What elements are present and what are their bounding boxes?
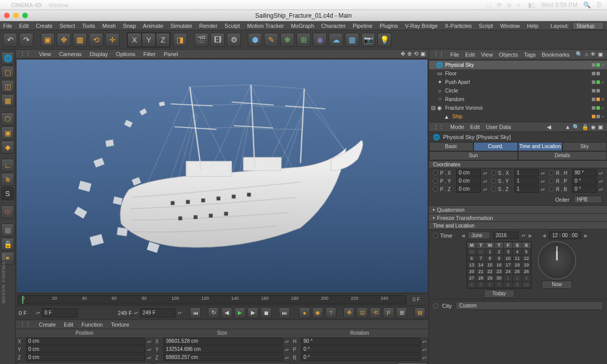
viewport-solo-button[interactable]: S xyxy=(1,187,14,200)
attr-tab-coord[interactable]: Coord. xyxy=(473,142,518,151)
obj-menu-edit[interactable]: Edit xyxy=(465,52,475,58)
pen-tool-button[interactable]: ✎ xyxy=(264,33,278,47)
prev-time-button[interactable]: ◀ xyxy=(542,233,546,238)
move-tool-button[interactable]: ✥ xyxy=(57,33,71,47)
array-button[interactable]: ⊞ xyxy=(296,33,311,47)
attr-RP[interactable]: 0 ° xyxy=(572,177,597,185)
coord-system-button[interactable]: ◨ xyxy=(173,33,187,47)
vp-menu-options[interactable]: Options xyxy=(116,51,135,57)
rot-B[interactable]: 0 ° xyxy=(301,354,420,361)
point-mode-button[interactable]: ⬡ xyxy=(1,112,14,125)
mat-menu-texture[interactable]: Texture xyxy=(111,322,129,328)
attr-max-icon[interactable]: ▣ xyxy=(598,124,603,130)
menu-window[interactable]: Window xyxy=(500,23,520,29)
menu-help[interactable]: Help xyxy=(527,23,539,29)
workplane-button[interactable]: ▦ xyxy=(1,94,14,107)
obj-physical-sky[interactable]: 🌐Physical Sky✓ xyxy=(429,61,607,69)
freeze-collapse[interactable]: ▸Freeze Transformation xyxy=(429,213,607,221)
menu-render[interactable]: Render xyxy=(199,23,218,29)
z-axis-button[interactable]: Z xyxy=(156,33,170,47)
light-button[interactable]: 💡 xyxy=(377,33,392,47)
vp-menu-cameras[interactable]: Cameras xyxy=(59,51,82,57)
obj-circle[interactable]: ○Circle xyxy=(429,86,607,95)
battery-icon[interactable]: ▮▯ xyxy=(528,2,535,9)
now-button[interactable]: Now xyxy=(542,281,572,289)
attr-menu-userdata[interactable]: User Data xyxy=(486,124,511,130)
mat-menu-edit[interactable]: Edit xyxy=(64,322,73,328)
size-Z[interactable]: 69803.257 cm xyxy=(163,354,283,361)
menu-vraybridge[interactable]: V-Ray Bridge xyxy=(405,23,438,29)
timeline-button[interactable]: ▤ xyxy=(414,307,425,318)
frame-start-field[interactable] xyxy=(42,308,77,317)
workplane2-button[interactable]: ▦ xyxy=(1,223,14,237)
vp-icon2[interactable]: ⊕ xyxy=(407,51,412,57)
attr-tab-sky[interactable]: Sky xyxy=(562,142,607,151)
obj-home-icon[interactable]: ⌂ xyxy=(585,51,588,58)
macos-clock[interactable]: Wed 9:59 PM xyxy=(541,2,577,9)
spotlight-icon[interactable]: 🔍 xyxy=(583,2,591,9)
menu-plugins[interactable]: Plugins xyxy=(379,23,398,29)
viewport[interactable] xyxy=(17,60,427,292)
attr-new-icon[interactable]: ◉ xyxy=(591,124,596,130)
frame-end-field[interactable] xyxy=(140,308,176,317)
prev-month-button[interactable]: ◀ xyxy=(461,233,465,238)
timeline[interactable]: 020406080100120140160180200220240 xyxy=(18,295,406,304)
play-button[interactable]: ▶ xyxy=(234,307,245,318)
vp-icon3[interactable]: ⟲ xyxy=(414,51,418,57)
attr-search2-icon[interactable]: 🔍 xyxy=(573,124,580,130)
y-axis-button[interactable]: Y xyxy=(142,33,156,47)
vp-icon4[interactable]: ▣ xyxy=(420,51,425,57)
year-field[interactable] xyxy=(493,232,518,239)
keyframe-button[interactable]: ? xyxy=(325,307,336,318)
attr-tab-basic[interactable]: Basic xyxy=(429,142,473,151)
obj-random[interactable]: ⁘Random✕ xyxy=(429,95,607,104)
city-select[interactable]: Custom xyxy=(456,301,603,310)
vp-icon1[interactable]: ✥ xyxy=(401,51,405,57)
quaternion-collapse[interactable]: ▸Quaternion xyxy=(429,205,607,213)
display-icon[interactable]: ⎚ xyxy=(507,2,511,9)
obj-ship[interactable]: ▲Ship• xyxy=(429,112,607,121)
last-tool-button[interactable]: ✛ xyxy=(105,33,119,47)
attr-lock-icon[interactable]: 🔒 xyxy=(582,124,589,130)
clock-widget[interactable] xyxy=(538,241,576,280)
order-select[interactable]: HPB xyxy=(574,196,602,203)
go-start-button[interactable]: ⏮ xyxy=(190,307,201,318)
snap-button[interactable]: ⊙ xyxy=(1,205,14,218)
attr-PZ[interactable]: 0 cm xyxy=(456,186,481,193)
obj-menu-tags[interactable]: Tags xyxy=(524,52,536,58)
attr-tab-sun[interactable]: Sun xyxy=(429,151,518,160)
obj-menu-file[interactable]: File xyxy=(450,52,459,58)
attr-SZ[interactable]: 1 xyxy=(514,186,539,193)
scale-key-button[interactable]: ⊡ xyxy=(357,307,368,318)
vp-menu-view[interactable]: View xyxy=(39,51,51,57)
undo-button[interactable]: ↶ xyxy=(3,33,17,47)
month-select[interactable]: June xyxy=(468,232,490,239)
obj-fracture-voronoi[interactable]: ⊟◉Fracture Voronoi✓ xyxy=(429,104,607,112)
camera-button[interactable]: ▦ xyxy=(345,33,359,47)
attr-PY[interactable]: 0 cm xyxy=(456,177,481,185)
next-month-button[interactable]: ▶ xyxy=(529,233,532,238)
render-region-button[interactable]: 🎞 xyxy=(210,33,225,47)
cube-primitive-button[interactable]: ⬢ xyxy=(248,33,262,47)
dropbox-icon[interactable]: ⬚ xyxy=(486,2,491,9)
attr-back-icon[interactable]: ◀ xyxy=(547,124,551,130)
attr-menu-edit[interactable]: Edit xyxy=(470,124,480,130)
scale-tool-button[interactable]: ▦ xyxy=(73,33,87,47)
rot-H[interactable]: 90 ° xyxy=(301,338,420,345)
obj-floor[interactable]: ▭Floor xyxy=(429,69,607,78)
today-button[interactable]: Today xyxy=(484,290,514,298)
render-settings-button[interactable]: ⚙ xyxy=(227,33,241,47)
next-frame-button[interactable]: ▶ xyxy=(247,307,258,318)
attr-tab-timeandlocation[interactable]: Time and Location xyxy=(518,142,562,151)
size-Y[interactable]: 132514.696 cm xyxy=(163,346,283,353)
obj-menu-view[interactable]: View xyxy=(481,52,493,58)
rot-key-button[interactable]: ⟲ xyxy=(370,307,381,318)
pos-key-button[interactable]: ✥ xyxy=(343,307,355,318)
attr-RH[interactable]: 90 ° xyxy=(572,169,597,176)
obj-menu-bookmarks[interactable]: Bookmarks xyxy=(542,52,570,58)
deformer-button[interactable]: ◉ xyxy=(313,33,327,47)
calendar[interactable]: MTWTFSS303112345678910111213141516171819… xyxy=(466,241,532,289)
poly-mode-button[interactable]: ◆ xyxy=(1,141,14,154)
layout-dropdown[interactable]: Startup xyxy=(572,22,604,30)
menu-animate[interactable]: Animate xyxy=(143,23,163,29)
